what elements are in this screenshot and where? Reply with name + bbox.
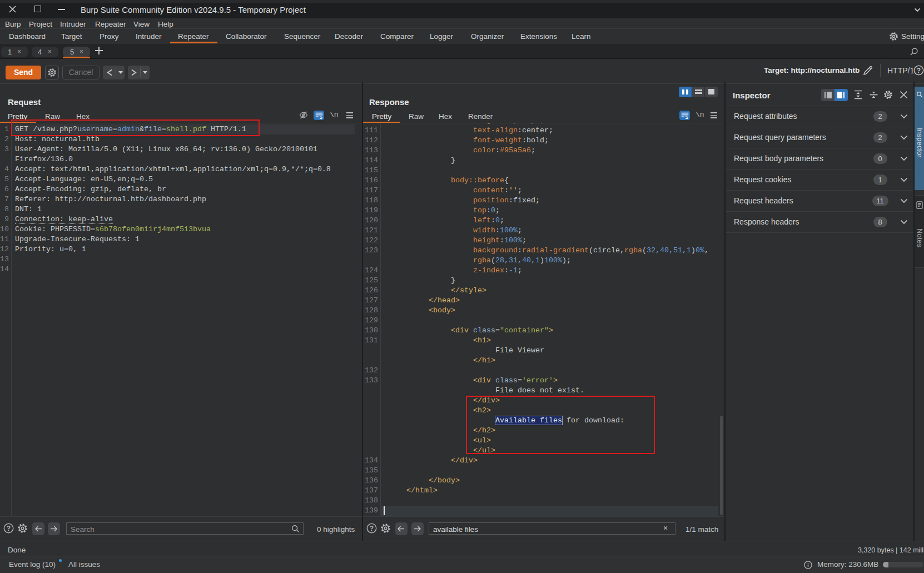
svg-text:?: ? [917, 67, 921, 74]
svg-text:?: ? [7, 525, 11, 532]
svg-text:?: ? [370, 525, 374, 532]
